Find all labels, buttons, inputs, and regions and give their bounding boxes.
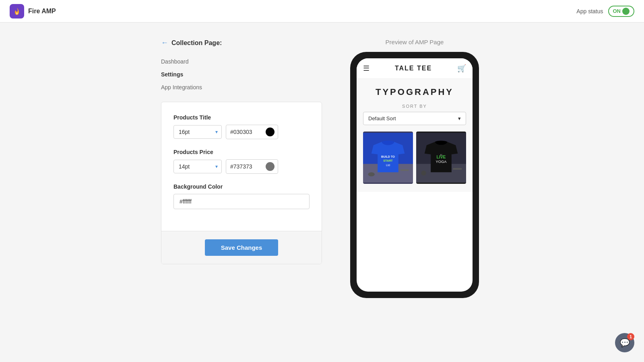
product-card-1[interactable]: BUILD TO START Ltd bbox=[363, 132, 413, 184]
main-content: ← Collection Page: Dashboard Settings Ap… bbox=[0, 23, 644, 314]
products-title-size-wrapper[interactable]: 10pt 12pt 14pt 16pt 18pt 20pt ▾ bbox=[173, 125, 222, 139]
form-body: Products Title 10pt 12pt 14pt 16pt 18pt … bbox=[161, 102, 322, 231]
products-title-row: 10pt 12pt 14pt 16pt 18pt 20pt ▾ #030303 bbox=[173, 125, 310, 139]
app-status-text: App status bbox=[576, 8, 603, 14]
svg-point-5 bbox=[368, 172, 375, 176]
svg-text:Ltd: Ltd bbox=[386, 163, 390, 167]
store-name: TALE TEE bbox=[395, 65, 432, 72]
product-grid: BUILD TO START Ltd bbox=[363, 132, 466, 184]
sidebar-nav: Dashboard Settings App Integrations bbox=[161, 55, 322, 94]
products-title-color-input[interactable]: #030303 bbox=[230, 129, 262, 135]
products-price-color-input[interactable]: #737373 bbox=[230, 163, 262, 170]
sidebar-item-app-integrations[interactable]: App Integrations bbox=[161, 81, 322, 94]
flame-icon bbox=[12, 7, 21, 16]
svg-rect-12 bbox=[453, 168, 462, 170]
sort-default-text: Default Sort bbox=[368, 115, 396, 121]
app-name-label: Fire AMP bbox=[28, 8, 56, 15]
left-column: ← Collection Page: Dashboard Settings Ap… bbox=[161, 39, 322, 298]
toggle-label: ON bbox=[613, 8, 621, 14]
breadcrumb: ← Collection Page: bbox=[161, 39, 322, 47]
svg-text:BUILD TO: BUILD TO bbox=[381, 155, 395, 158]
phone-content: TYPOGRAPHY SORT BY Default Sort ▾ bbox=[357, 79, 473, 192]
products-title-color-wrapper[interactable]: #030303 bbox=[226, 125, 278, 139]
products-price-size-wrapper[interactable]: 10pt 12pt 14pt 16pt 18pt 20pt ▾ bbox=[173, 160, 222, 173]
svg-text:START: START bbox=[383, 159, 393, 162]
products-price-label: Products Price bbox=[173, 149, 310, 155]
app-header: Fire AMP App status ON bbox=[0, 0, 644, 23]
black-tshirt-svg: LI LIVE YOGA bbox=[416, 132, 466, 184]
products-price-color-swatch bbox=[266, 162, 275, 171]
app-logo bbox=[10, 4, 24, 19]
header-right: App status ON bbox=[576, 6, 634, 17]
phone-header: ☰ TALE TEE 🛒 bbox=[357, 58, 473, 79]
app-status-toggle[interactable]: ON bbox=[608, 6, 635, 17]
header-left: Fire AMP bbox=[10, 4, 56, 19]
products-price-row: 10pt 12pt 14pt 16pt 18pt 20pt ▾ #737373 bbox=[173, 159, 310, 174]
phone-screen: ☰ TALE TEE 🛒 TYPOGRAPHY SORT BY Default … bbox=[357, 58, 473, 292]
background-color-label: Background Color bbox=[173, 183, 310, 190]
product-card-2[interactable]: LI LIVE YOGA bbox=[416, 132, 466, 184]
back-arrow-icon[interactable]: ← bbox=[161, 39, 168, 47]
right-panel: Preview of AMP Page ☰ TALE TEE 🛒 TYPOGRA… bbox=[346, 39, 483, 298]
svg-text:YOGA: YOGA bbox=[436, 160, 447, 164]
sort-dropdown[interactable]: Default Sort ▾ bbox=[363, 112, 466, 125]
save-changes-button[interactable]: Save Changes bbox=[205, 239, 279, 256]
products-title-field-group: Products Title 10pt 12pt 14pt 16pt 18pt … bbox=[173, 114, 310, 139]
products-price-field-group: Products Price 10pt 12pt 14pt 16pt 18pt … bbox=[173, 149, 310, 174]
blue-tshirt-svg: BUILD TO START Ltd bbox=[363, 132, 413, 184]
svg-rect-6 bbox=[400, 169, 409, 171]
svg-point-13 bbox=[421, 171, 426, 175]
form-footer: Save Changes bbox=[161, 231, 322, 264]
products-title-label: Products Title bbox=[173, 114, 310, 121]
background-color-field-group: Background Color #ffffff bbox=[173, 183, 310, 209]
cart-icon[interactable]: 🛒 bbox=[457, 64, 466, 73]
sidebar-item-settings[interactable]: Settings bbox=[161, 68, 322, 81]
svg-text:LIVE: LIVE bbox=[437, 155, 446, 159]
settings-form-card: Products Title 10pt 12pt 14pt 16pt 18pt … bbox=[161, 102, 322, 264]
toggle-circle bbox=[622, 8, 630, 15]
collection-title: TYPOGRAPHY bbox=[363, 87, 466, 97]
background-color-input[interactable]: #ffffff bbox=[173, 194, 310, 209]
products-title-size-select[interactable]: 10pt 12pt 14pt 16pt 18pt 20pt bbox=[173, 125, 222, 139]
phone-mockup: ☰ TALE TEE 🛒 TYPOGRAPHY SORT BY Default … bbox=[350, 52, 479, 298]
sort-by-label: SORT BY bbox=[363, 104, 466, 109]
hamburger-icon[interactable]: ☰ bbox=[363, 64, 369, 73]
products-price-color-wrapper[interactable]: #737373 bbox=[226, 159, 278, 174]
products-title-color-swatch bbox=[266, 128, 275, 136]
products-price-size-select[interactable]: 10pt 12pt 14pt 16pt 18pt 20pt bbox=[173, 160, 222, 173]
sidebar-item-dashboard[interactable]: Dashboard bbox=[161, 55, 322, 68]
sort-chevron-icon: ▾ bbox=[458, 115, 461, 121]
breadcrumb-title: Collection Page: bbox=[171, 39, 222, 47]
preview-title: Preview of AMP Page bbox=[346, 39, 483, 45]
